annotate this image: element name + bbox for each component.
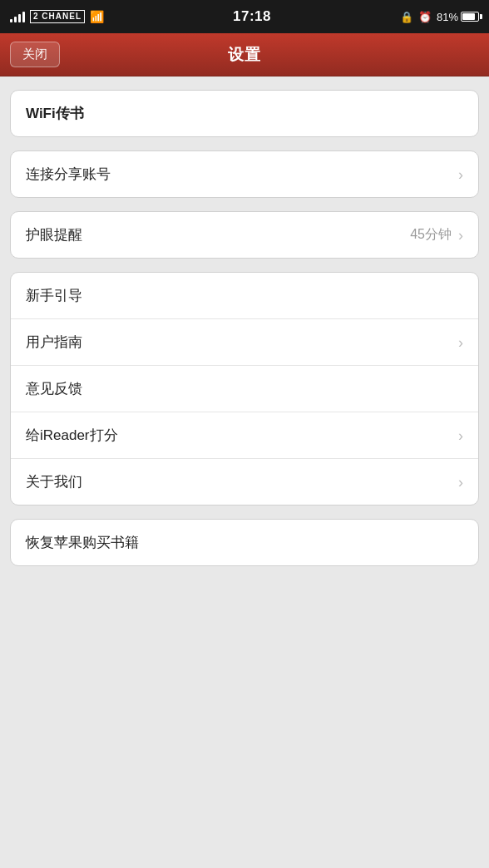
operator-label: 2 CHANEL bbox=[30, 10, 85, 23]
settings-row-about-us[interactable]: 关于我们› bbox=[11, 459, 478, 505]
row-right-rate-ireader: › bbox=[458, 428, 463, 443]
row-label-connect-share-account: 连接分享账号 bbox=[26, 165, 111, 184]
settings-row-rate-ireader[interactable]: 给iReader打分› bbox=[11, 412, 478, 459]
battery-icon bbox=[461, 12, 479, 22]
settings-group-help: 新手引导用户指南›意见反馈给iReader打分›关于我们› bbox=[10, 272, 479, 506]
row-value-eye-reminder: 45分钟 bbox=[410, 226, 452, 244]
settings-row-connect-share-account[interactable]: 连接分享账号› bbox=[11, 151, 478, 197]
chevron-icon-connect-share-account: › bbox=[458, 167, 463, 182]
settings-row-user-manual[interactable]: 用户指南› bbox=[11, 319, 478, 366]
chevron-icon-user-manual: › bbox=[458, 335, 463, 350]
settings-row-feedback[interactable]: 意见反馈 bbox=[11, 366, 478, 412]
settings-group-eye-care: 护眼提醒45分钟› bbox=[10, 211, 479, 259]
settings-content: WiFi传书连接分享账号›护眼提醒45分钟›新手引导用户指南›意见反馈给iRea… bbox=[0, 76, 489, 579]
row-right-connect-share-account: › bbox=[458, 167, 463, 182]
settings-row-restore-purchase[interactable]: 恢复苹果购买书籍 bbox=[11, 520, 478, 565]
chevron-icon-about-us: › bbox=[458, 475, 463, 490]
battery-percent: 81% bbox=[437, 11, 458, 23]
row-label-rate-ireader: 给iReader打分 bbox=[26, 426, 118, 445]
settings-group-restore: 恢复苹果购买书籍 bbox=[10, 519, 479, 566]
battery-container: 81% bbox=[437, 11, 479, 23]
row-right-eye-reminder: 45分钟› bbox=[410, 226, 463, 244]
row-label-restore-purchase: 恢复苹果购买书籍 bbox=[26, 533, 139, 552]
settings-row-beginner-guide[interactable]: 新手引导 bbox=[11, 273, 478, 319]
chevron-icon-eye-reminder: › bbox=[458, 228, 463, 243]
row-label-user-manual: 用户指南 bbox=[26, 333, 82, 352]
page-title: 设置 bbox=[228, 44, 261, 66]
settings-row-wifi-transfer[interactable]: WiFi传书 bbox=[11, 91, 478, 136]
settings-group-wifi: WiFi传书 bbox=[10, 90, 479, 137]
settings-group-account: 连接分享账号› bbox=[10, 150, 479, 198]
lock-icon: 🔒 bbox=[400, 11, 413, 23]
chevron-icon-rate-ireader: › bbox=[458, 428, 463, 443]
row-label-wifi-transfer: WiFi传书 bbox=[26, 104, 84, 123]
row-right-user-manual: › bbox=[458, 335, 463, 350]
row-label-eye-reminder: 护眼提醒 bbox=[26, 225, 82, 244]
status-right: 🔒 ⏰ 81% bbox=[400, 11, 479, 23]
row-label-about-us: 关于我们 bbox=[26, 472, 82, 491]
row-right-about-us: › bbox=[458, 475, 463, 490]
nav-bar: 关闭 设置 bbox=[0, 33, 489, 76]
row-label-feedback: 意见反馈 bbox=[26, 379, 82, 398]
status-left: 2 CHANEL 📶 bbox=[10, 10, 104, 23]
close-button[interactable]: 关闭 bbox=[10, 42, 60, 67]
status-time: 17:18 bbox=[233, 8, 271, 25]
status-bar: 2 CHANEL 📶 17:18 🔒 ⏰ 81% bbox=[0, 0, 489, 33]
signal-bars-icon bbox=[10, 11, 25, 22]
alarm-icon: ⏰ bbox=[418, 11, 432, 23]
wifi-icon: 📶 bbox=[90, 10, 104, 23]
settings-row-eye-reminder[interactable]: 护眼提醒45分钟› bbox=[11, 212, 478, 258]
row-label-beginner-guide: 新手引导 bbox=[26, 286, 82, 305]
